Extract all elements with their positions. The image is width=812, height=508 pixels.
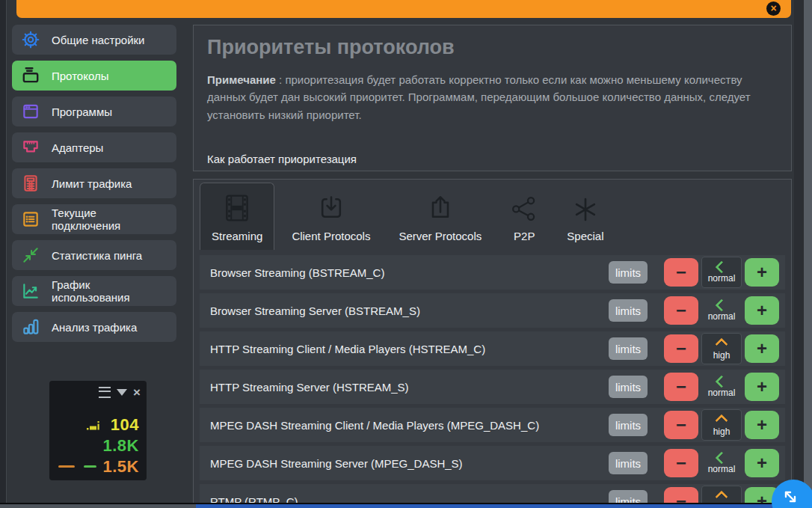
limits-button[interactable]: limits [609,299,648,322]
sidebar-item-calculator[interactable]: Лимит трафика [12,168,176,198]
tab-special[interactable]: Special [556,183,615,250]
decrease-priority-button[interactable]: − [664,258,698,287]
widget-close-icon[interactable]: × [133,388,141,397]
priority-indicator: normal [701,371,742,403]
tab-label: Streaming [212,230,262,242]
protocol-row: MPEG DASH Streaming Server (MPEG_DASH_S)… [200,446,785,480]
sidebar-item-label: Общие настройки [52,34,145,46]
tab-label: P2P [514,230,535,242]
sidebar-item-label: Лимит трафика [52,177,132,190]
upload-icon [425,187,455,223]
window-left-edge [0,0,7,508]
calculator-icon [21,174,40,193]
sidebar-item-label: Программы [52,105,112,118]
sidebar-item-ping-arrows[interactable]: Статистика пинга [12,240,176,270]
widget-value-green: 1.8K [103,438,139,454]
protocols-icon [21,66,40,85]
sidebar-item-label: Протоколы [52,70,108,82]
chevron-up-icon [716,414,728,426]
tab-label: Client Protocols [292,230,370,242]
priority-label: normal [708,465,736,474]
decrease-priority-button[interactable]: − [664,334,698,363]
ethernet-icon [21,138,40,157]
app-window: × Общие настройки Протоколы Программы Ад… [0,0,812,508]
vertical-scrollbar[interactable] [803,0,812,508]
banner-close-icon[interactable]: × [766,1,781,16]
sidebar-item-list[interactable]: Текущие подключения [12,204,176,234]
priority-indicator: high [701,409,742,441]
traffic-mini-widget[interactable]: × 104 1.8K 1.5K [49,381,147,480]
download-icon [316,187,346,223]
sparkline-upload [58,465,75,468]
notification-banner: × [16,0,791,18]
increase-priority-button[interactable]: + [745,449,779,477]
chevron-left-icon [716,299,728,311]
increase-priority-button[interactable]: + [745,296,779,325]
header-panel: Приоритеты протоколов Примечание : приор… [193,25,792,171]
sidebar-item-protocols[interactable]: Протоколы [12,61,176,91]
limits-button[interactable]: limits [609,337,648,360]
protocol-row: MPEG DASH Streaming Client / Media Playe… [200,408,785,442]
chevron-left-icon [716,375,728,388]
priority-indicator: normal [701,257,742,288]
signal-bars-icon [87,420,102,434]
protocols-panel: Streaming Client Protocols Server Protoc… [193,179,792,508]
widget-value-yellow: 104 [111,417,139,433]
decrease-priority-button[interactable]: − [664,411,698,439]
diagonal-arrows-icon [781,487,800,507]
protocol-name: HTTP Streaming Client / Media Players (H… [210,343,609,355]
protocol-name: MPEG DASH Streaming Server (MPEG_DASH_S) [210,457,609,470]
protocol-row: Browser Streaming (BSTREAM_C) limits − n… [200,255,785,290]
protocol-row: Browser Streaming Server (BSTREAM_S) lim… [200,293,785,328]
tab-client-protocols[interactable]: Client Protocols [280,183,381,250]
sidebar-item-ethernet[interactable]: Адаптеры [12,132,176,162]
protocol-name: MPEG DASH Streaming Client / Media Playe… [210,419,609,432]
hamburger-menu-icon[interactable] [99,387,111,398]
decrease-priority-button[interactable]: − [664,296,698,325]
how-prioritization-works-link[interactable]: Как работает приоритезация [207,153,357,165]
tab-streaming[interactable]: Streaming [200,183,274,250]
increase-priority-button[interactable]: + [745,334,779,363]
chevron-left-icon [716,260,728,273]
sidebar-item-gear[interactable]: Общие настройки [12,25,176,55]
protocol-row: HTTP Streaming Client / Media Players (H… [200,331,785,366]
priority-label: normal [708,274,736,283]
sidebar-item-bar-chart[interactable]: Анализ трафика [12,312,176,342]
bottom-accent-line [196,504,787,508]
page-title: Приоритеты протоколов [207,36,778,59]
tab-p2p[interactable]: P2P [499,183,550,250]
priority-indicator: normal [701,295,742,326]
priority-label: high [713,427,731,436]
protocol-name: Browser Streaming Server (BSTREAM_S) [210,305,609,317]
asterisk-icon [572,187,599,223]
protocol-name: HTTP Streaming Server (HSTREAM_S) [210,381,609,394]
priority-label: high [713,351,731,360]
priority-indicator: high [701,333,742,364]
decrease-priority-button[interactable]: − [664,373,698,401]
bar-chart-icon [21,317,40,337]
limits-button[interactable]: limits [609,414,648,436]
ping-arrows-icon [21,245,40,265]
tab-server-protocols[interactable]: Server Protocols [387,183,493,250]
sidebar-item-label: Статистика пинга [52,249,142,262]
limits-button[interactable]: limits [609,452,648,474]
collapse-triangle-icon[interactable] [117,389,127,396]
sidebar-item-label: Анализ трафика [52,321,137,334]
limits-button[interactable]: limits [609,376,648,398]
protocol-tabs: Streaming Client Protocols Server Protoc… [194,180,791,250]
sidebar: Общие настройки Протоколы Программы Адап… [12,25,176,342]
tab-label: Server Protocols [399,230,482,242]
line-chart-icon [21,281,40,301]
sidebar-item-line-chart[interactable]: График использования [12,276,176,306]
priority-label: normal [708,312,736,321]
sidebar-item-window[interactable]: Программы [12,97,176,126]
window-icon [21,102,40,121]
chevron-left-icon [716,451,728,464]
increase-priority-button[interactable]: + [745,373,779,401]
limits-button[interactable]: limits [609,261,648,284]
increase-priority-button[interactable]: + [745,411,779,439]
sidebar-item-label: Адаптеры [52,141,103,154]
protocol-row: HTTP Streaming Server (HSTREAM_S) limits… [200,370,785,404]
decrease-priority-button[interactable]: − [664,449,698,477]
increase-priority-button[interactable]: + [745,258,779,287]
